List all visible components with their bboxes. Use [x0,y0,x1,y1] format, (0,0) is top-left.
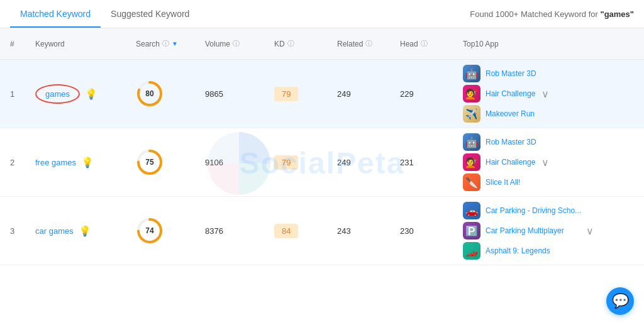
related-value: 243 [337,226,400,236]
bulb-icon[interactable]: 💡 [85,88,97,100]
table-row: 2 free games 💡 75 9106 79 249 231 [0,128,644,197]
app-icon: 🏎️ [463,242,480,260]
app-name[interactable]: Hair Challenge [486,89,536,98]
search-info-icon: ⓘ [162,39,169,48]
found-text: Found 1000+ Matched Keyword for "games" [470,9,634,19]
col-search[interactable]: Search ⓘ ▼ [136,39,205,48]
head-value: 231 [400,158,463,167]
table-row: 1 games 💡 80 9865 79 249 229 [0,60,644,128]
col-related: Related ⓘ [337,39,400,48]
keyword-link[interactable]: free games [35,158,76,167]
col-volume: Volume ⓘ [205,39,274,48]
row-num: 3 [10,226,35,236]
top10-list: 🤖 Rob Master 3D 💇 Hair Challenge ✈️ Make… [463,60,536,128]
row-num: 1 [10,89,35,99]
app-item: 🏎️ Asphalt 9: Legends [463,242,581,260]
app-item: 🚗 Car Parking - Driving Scho... [463,202,581,219]
search-score-cell: 80 [136,80,205,107]
app-item: 🤖 Rob Master 3D [463,133,536,151]
keyword-link[interactable]: car games [35,226,74,236]
kd-cell: 79 [274,87,337,101]
app-icon: 🤖 [463,65,480,82]
kd-cell: 84 [274,224,337,238]
related-info-icon: ⓘ [365,39,372,48]
tabs-bar: Matched Keyword Suggested Keyword Found … [0,0,644,28]
app-icon: 🔪 [463,174,480,191]
keyword-cell: car games 💡 [35,225,136,237]
chat-bubble[interactable]: 💬 [606,287,634,315]
top10-list: 🤖 Rob Master 3D 💇 Hair Challenge 🔪 Slice… [463,128,536,196]
col-keyword: Keyword [35,40,136,48]
table-row-inner: 1 games 💡 80 9865 79 249 229 [0,60,644,128]
search-score-cell: 75 [136,148,205,176]
search-score-cell: 74 [136,217,205,245]
keyword-circled[interactable]: games [35,84,80,104]
app-icon: ✈️ [463,105,480,123]
app-name[interactable]: Slice It All! [486,178,536,187]
bulb-icon[interactable]: 💡 [79,225,91,237]
top10-list: 🚗 Car Parking - Driving Scho... 🅿️ Car P… [463,197,581,265]
head-info-icon: ⓘ [421,39,428,48]
volume-value: 9106 [205,158,274,167]
app-item: 🔪 Slice It All! [463,174,536,191]
kd-info-icon: ⓘ [287,39,294,48]
keyword-cell: free games 💡 [35,157,136,168]
col-head: Head ⓘ [400,39,463,48]
app-item: 🅿️ Car Parking Multiplayer [463,222,581,240]
volume-info-icon: ⓘ [233,39,240,48]
tab-suggested-keyword[interactable]: Suggested Keyword [101,0,199,28]
app-name[interactable]: Car Parking Multiplayer [486,226,581,235]
app-item: 🤖 Rob Master 3D [463,65,536,82]
expand-button[interactable]: ∨ [581,225,599,237]
search-circle: 74 [136,217,164,245]
kd-badge: 79 [274,155,298,170]
table-body: 1 games 💡 80 9865 79 249 229 [0,60,644,265]
app-icon: 🤖 [463,133,480,151]
app-icon: 🚗 [463,202,480,219]
app-name[interactable]: Rob Master 3D [486,138,536,146]
tab-matched-keyword[interactable]: Matched Keyword [10,0,101,28]
col-num: # [10,40,35,48]
expand-button[interactable]: ∨ [536,157,554,168]
app-name[interactable]: Car Parking - Driving Scho... [486,206,581,215]
app-name[interactable]: Asphalt 9: Legends [486,246,581,255]
top10-cell: 🤖 Rob Master 3D 💇 Hair Challenge 🔪 Slice… [463,128,634,196]
app-icon: 💇 [463,153,480,171]
head-value: 230 [400,226,463,236]
search-circle: 80 [136,80,164,107]
volume-value: 8376 [205,226,274,236]
table-row-inner: 3 car games 💡 74 8376 84 243 230 [0,197,644,265]
head-value: 229 [400,89,463,99]
keyword-cell: games 💡 [35,84,136,104]
col-top10: Top10 App [463,40,634,48]
expand-button[interactable]: ∨ [536,88,554,100]
col-kd: KD ⓘ [274,39,337,48]
volume-value: 9865 [205,89,274,99]
kd-cell: 79 [274,155,337,170]
app-name[interactable]: Makeover Run [486,109,536,118]
app-icon: 🅿️ [463,222,480,240]
table-row: 3 car games 💡 74 8376 84 243 230 [0,197,644,265]
search-sort-icon[interactable]: ▼ [172,40,178,47]
bulb-icon[interactable]: 💡 [81,157,94,168]
app-item: 💇 Hair Challenge [463,153,536,171]
app-name[interactable]: Rob Master 3D [486,69,536,78]
top10-cell: 🚗 Car Parking - Driving Scho... 🅿️ Car P… [463,197,634,265]
top10-cell: 🤖 Rob Master 3D 💇 Hair Challenge ✈️ Make… [463,60,634,128]
related-value: 249 [337,89,400,99]
table-header: # Keyword Search ⓘ ▼ Volume ⓘ KD ⓘ Relat… [0,28,644,60]
app-name[interactable]: Hair Challenge [486,158,536,167]
kd-badge: 84 [274,224,298,238]
kd-badge: 79 [274,87,298,101]
search-circle: 75 [136,148,164,176]
table-row-inner: 2 free games 💡 75 9106 79 249 231 [0,128,644,196]
app-item: ✈️ Makeover Run [463,105,536,123]
related-value: 249 [337,158,400,167]
app-item: 💇 Hair Challenge [463,85,536,102]
app-icon: 💇 [463,85,480,102]
row-num: 2 [10,158,35,167]
